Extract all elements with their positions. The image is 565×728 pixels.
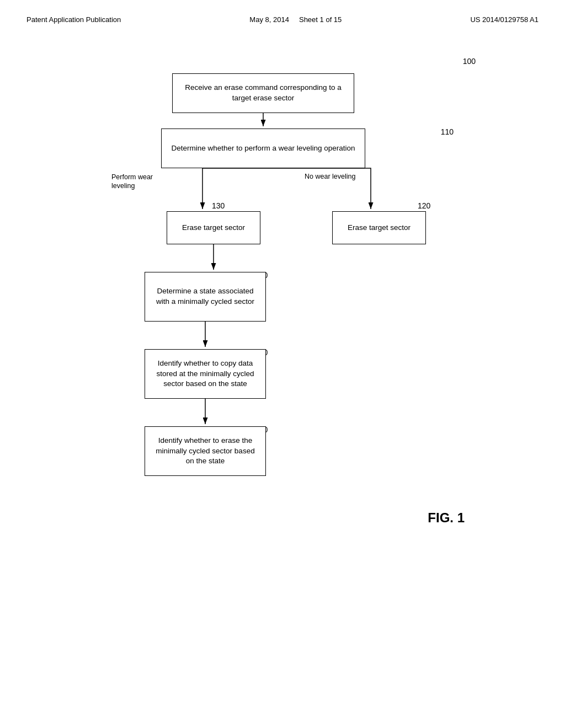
branch-label-wear: Perform wear leveling xyxy=(111,173,167,191)
ref-num-100: 100 xyxy=(463,57,476,66)
box-140: Determine a state associated with a mini… xyxy=(145,272,266,322)
publication-type: Patent Application Publication xyxy=(26,15,121,24)
box-150: Identify whether to copy data stored at … xyxy=(145,349,266,399)
box-100: Receive an erase command corresponding t… xyxy=(172,73,354,113)
box-110: Determine whether to perform a wear leve… xyxy=(161,129,365,168)
header-center: May 8, 2014 Sheet 1 of 15 xyxy=(249,15,342,24)
header-left: Patent Application Publication xyxy=(26,15,121,24)
step-num-110: 110 xyxy=(441,127,454,136)
patent-number: US 2014/0129758 A1 xyxy=(470,15,539,24)
step-num-120: 120 xyxy=(418,201,430,210)
box-160: Identify whether to erase the minimally … xyxy=(145,426,266,476)
header-right: US 2014/0129758 A1 xyxy=(470,15,539,24)
box-120: Erase target sector xyxy=(332,211,426,244)
page: Patent Application Publication May 8, 20… xyxy=(0,0,565,728)
branch-label-no-wear: No wear leveling xyxy=(305,173,355,180)
step-num-130: 130 xyxy=(212,201,225,210)
sheet-info: Sheet 1 of 15 xyxy=(299,15,342,24)
box-130: Erase target sector xyxy=(167,211,260,244)
page-header: Patent Application Publication May 8, 20… xyxy=(0,0,565,24)
figure-label: FIG. 1 xyxy=(428,510,465,526)
publication-date: May 8, 2014 xyxy=(249,15,289,24)
flowchart-diagram: 100 Receive an erase command correspondi… xyxy=(89,57,476,581)
